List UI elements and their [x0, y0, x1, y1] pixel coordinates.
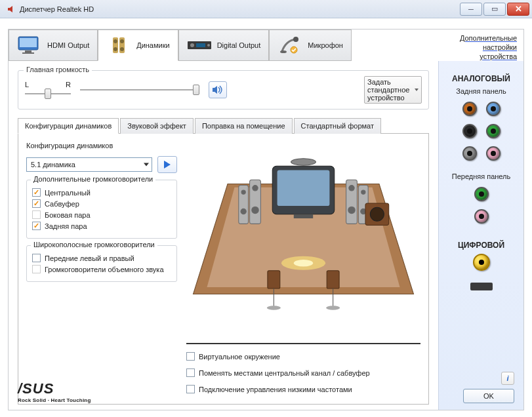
svg-point-33 [267, 306, 281, 309]
device-tabs: HDMI Output Динамики Digital Output Микр… [9, 30, 523, 61]
svg-point-38 [294, 260, 313, 267]
svg-point-24 [349, 186, 354, 191]
jack-digital-hdmi[interactable] [470, 283, 493, 290]
jack-front-2[interactable] [474, 209, 489, 224]
advanced-settings-link[interactable]: Дополнительные настройки устройства [445, 33, 517, 61]
app-frame: HDMI Output Динамики Digital Output Микр… [8, 29, 524, 410]
svg-rect-2 [25, 50, 31, 52]
svg-point-21 [241, 190, 245, 194]
close-button[interactable]: ✕ [507, 3, 529, 16]
svg-rect-31 [268, 271, 280, 288]
front-panel-label: Передняя панель [452, 172, 511, 180]
subtab-default-format[interactable]: Стандартный формат [294, 118, 381, 134]
svg-point-36 [326, 306, 340, 309]
jack-back-4[interactable] [486, 124, 501, 138]
mute-button[interactable] [209, 81, 227, 98]
play-icon [164, 161, 171, 169]
jack-back-1[interactable] [462, 102, 477, 116]
chk-front-lr-fullrange[interactable] [32, 254, 41, 262]
set-default-device-button[interactable]: Задать стандартное устройство [364, 76, 422, 104]
analog-label: АНАЛОГОВЫЙ [452, 74, 510, 83]
tab-mic-label: Микрофон [308, 41, 343, 49]
svg-rect-6 [196, 43, 205, 47]
jack-back-6[interactable] [486, 146, 501, 161]
svg-point-7 [207, 44, 210, 47]
brand-logo: /SUS Rock Solid · Heart Touching [18, 380, 91, 403]
back-panel-label: Задняя панель [456, 87, 506, 95]
svg-point-19 [252, 207, 259, 214]
main-volume-title: Главная громкость [24, 66, 92, 73]
room-svg [186, 142, 420, 336]
subtab-room-correction[interactable]: Поправка на помещение [195, 118, 293, 134]
svg-point-5 [190, 43, 194, 47]
svg-point-8 [293, 37, 298, 42]
tab-digital[interactable]: Digital Output [178, 30, 270, 61]
tab-speakers-label: Динамики [136, 41, 169, 49]
left-pane: Главная громкость LR Задать стандартное [9, 61, 438, 410]
fullrange-speakers-group: Широкополосные громкоговорители Передние… [26, 245, 177, 282]
jack-back-5[interactable] [462, 146, 477, 161]
chk-subwoofer[interactable] [32, 199, 41, 208]
info-button[interactable]: i [501, 372, 514, 385]
main-volume-group: Главная громкость LR Задать стандартное [18, 70, 429, 109]
volume-slider[interactable] [80, 85, 199, 95]
connector-panel: АНАЛОГОВЫЙ Задняя панель Передняя панель… [438, 61, 523, 410]
volume-small-icon [7, 5, 16, 14]
advanced-link-box: Дополнительные настройки устройства [438, 30, 523, 61]
receiver-icon [187, 34, 212, 56]
tab-digital-label: Digital Output [217, 41, 261, 49]
subtab-speaker-config[interactable]: Конфигурация динамиков [18, 118, 119, 134]
svg-rect-15 [294, 214, 313, 218]
volume-icon [212, 85, 224, 95]
ok-button[interactable]: OK [463, 389, 514, 403]
digital-label: ЦИФРОВОЙ [458, 241, 504, 250]
speaker-room-visual[interactable] [186, 142, 420, 336]
play-test-button[interactable] [157, 156, 177, 173]
speaker-config-select[interactable]: 5.1 динамика [26, 157, 152, 172]
speaker-config-panel: Конфигурация динамиков 5.1 динамика Допо… [18, 134, 429, 405]
jack-back-2[interactable] [486, 102, 501, 116]
tab-mic[interactable]: Микрофон [269, 30, 352, 61]
tab-speakers[interactable]: Динамики [98, 30, 178, 61]
balance-slider[interactable]: LR [25, 81, 71, 99]
mic-icon [277, 34, 302, 56]
chk-rear-pair[interactable] [32, 222, 41, 230]
svg-point-30 [370, 207, 384, 221]
jack-digital-coax[interactable] [473, 254, 490, 271]
config-column: Конфигурация динамиков 5.1 динамика Допо… [26, 142, 177, 396]
svg-point-16 [291, 159, 316, 166]
maximize-button[interactable]: ▭ [483, 3, 506, 16]
footer: /SUS Rock Solid · Heart Touching i OK [9, 374, 523, 410]
svg-rect-3 [22, 52, 34, 54]
svg-point-9 [280, 50, 287, 53]
chk-virtual-surround[interactable] [186, 352, 195, 361]
svg-rect-34 [327, 271, 339, 288]
svg-point-22 [241, 208, 246, 214]
svg-point-25 [348, 207, 356, 214]
minimize-button[interactable]: ─ [460, 3, 482, 16]
speakers-icon [106, 34, 131, 56]
titlebar: Диспетчер Realtek HD ─ ▭ ✕ [0, 0, 532, 18]
config-label: Конфигурация динамиков [26, 142, 177, 149]
chk-center[interactable] [32, 188, 41, 197]
subtab-sound-effect[interactable]: Звуковой эффект [120, 118, 194, 134]
tab-hdmi-label: HDMI Output [47, 41, 89, 49]
svg-rect-1 [20, 38, 37, 47]
body: Главная громкость LR Задать стандартное [9, 61, 523, 410]
jack-front-1[interactable] [474, 187, 489, 201]
sub-tabs: Конфигурация динамиков Звуковой эффект П… [18, 117, 429, 134]
room-column: Виртуальное окружение Поменять местами ц… [186, 142, 420, 396]
tab-hdmi[interactable]: HDMI Output [9, 30, 98, 61]
svg-rect-14 [277, 170, 330, 207]
svg-point-18 [253, 186, 258, 191]
chk-side-pair [32, 210, 41, 219]
monitor-icon [17, 34, 42, 56]
window-title: Диспетчер Realtek HD [3, 5, 459, 14]
chk-surround-fullrange [32, 265, 41, 273]
svg-point-27 [361, 190, 365, 194]
jack-back-3[interactable] [462, 124, 477, 138]
extra-speakers-group: Дополнительные громкоговорители Централь… [26, 180, 177, 239]
